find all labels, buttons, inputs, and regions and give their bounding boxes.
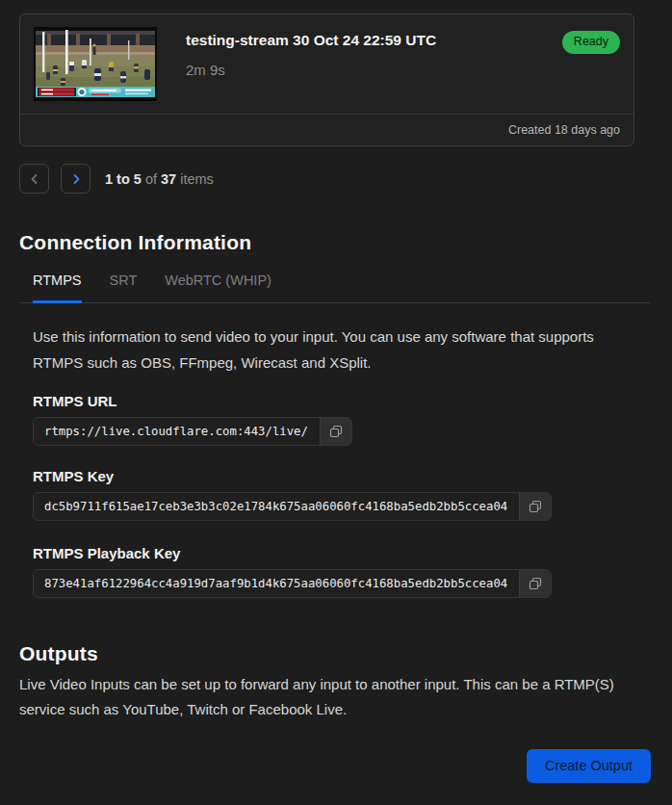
copy-icon <box>529 577 542 590</box>
pagination-of: of <box>145 171 157 187</box>
outputs-heading: Outputs <box>19 642 651 665</box>
video-created-label: Created 18 days ago <box>20 114 633 145</box>
video-thumbnail[interactable] <box>34 27 157 101</box>
video-card[interactable]: testing-stream 30 Oct 24 22:59 UTC 2m 9s… <box>19 13 634 146</box>
video-title[interactable]: testing-stream 30 Oct 24 22:59 UTC <box>186 32 562 49</box>
rtmps-url-copy-button[interactable] <box>320 418 351 445</box>
create-output-button[interactable]: Create Output <box>527 749 651 783</box>
connection-description: Use this information to send video to yo… <box>33 324 610 376</box>
status-badge: Ready <box>562 31 620 54</box>
rtmps-key-copy-button[interactable] <box>519 493 551 520</box>
pagination-status: 1 to 5 of 37 items <box>105 171 214 187</box>
tab-webrtc-whip[interactable]: WebRTC (WHIP) <box>165 265 271 303</box>
copy-icon <box>329 425 343 438</box>
chevron-right-icon <box>68 171 84 187</box>
page: testing-stream 30 Oct 24 22:59 UTC 2m 9s… <box>0 0 672 783</box>
rtmps-key-label: RTMPS Key <box>33 468 651 484</box>
connection-information-heading: Connection Information <box>19 231 651 254</box>
video-thumbnail-image <box>34 27 157 101</box>
video-card-body: testing-stream 30 Oct 24 22:59 UTC 2m 9s… <box>20 14 633 114</box>
rtmps-playback-key-value[interactable]: 873e41af6122964cc4a919d7aaf9b1d4k675aa06… <box>34 570 519 597</box>
rtmps-key-value[interactable]: dc5b9711f615ae17ceb3e3b3c02e1784k675aa06… <box>34 493 519 520</box>
next-page-button[interactable] <box>61 164 90 194</box>
tab-rtmps[interactable]: RTMPS <box>33 265 82 303</box>
pagination: 1 to 5 of 37 items <box>19 164 651 194</box>
connection-tabs: RTMPS SRT WebRTC (WHIP) <box>19 265 651 303</box>
rtmps-playback-key-label: RTMPS Playback Key <box>33 545 651 561</box>
outputs-description: Live Video Inputs can be set up to forwa… <box>19 672 621 723</box>
pagination-range: 1 to 5 <box>105 171 142 187</box>
video-duration: 2m 9s <box>186 62 562 78</box>
rtmps-playback-key-field: 873e41af6122964cc4a919d7aaf9b1d4k675aa06… <box>33 569 552 598</box>
rtmps-url-label: RTMPS URL <box>33 393 651 409</box>
prev-page-button[interactable] <box>19 164 49 194</box>
rtmps-key-field: dc5b9711f615ae17ceb3e3b3c02e1784k675aa06… <box>33 492 552 521</box>
tab-srt[interactable]: SRT <box>110 265 138 303</box>
rtmps-url-value[interactable]: rtmps://live.cloudflare.com:443/live/ <box>34 418 320 445</box>
outputs-actions: Create Output <box>19 749 651 783</box>
copy-icon <box>529 500 542 513</box>
video-info: testing-stream 30 Oct 24 22:59 UTC 2m 9s <box>186 27 562 78</box>
chevron-left-icon <box>27 171 42 187</box>
pagination-total: 37 <box>161 171 176 187</box>
pagination-items: items <box>180 171 214 187</box>
connection-panel: Use this information to send video to yo… <box>19 324 651 598</box>
rtmps-playback-key-copy-button[interactable] <box>519 570 551 597</box>
rtmps-url-field: rtmps://live.cloudflare.com:443/live/ <box>33 417 352 446</box>
